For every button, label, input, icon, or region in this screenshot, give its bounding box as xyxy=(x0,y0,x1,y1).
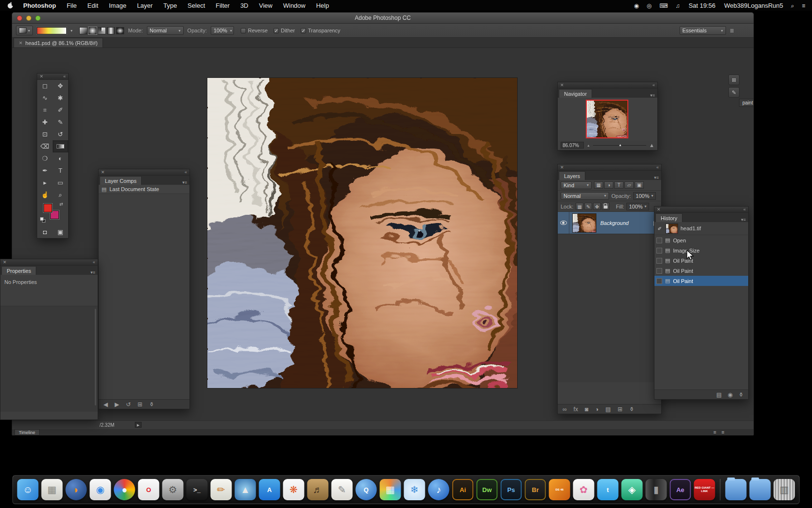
menu-image[interactable]: Image xyxy=(109,2,126,9)
dock-picasa[interactable]: ❋ xyxy=(283,478,305,502)
minimize-window-button[interactable] xyxy=(26,15,31,21)
dock-folder-2[interactable] xyxy=(749,478,771,502)
history-item[interactable]: ▤Oil Paint xyxy=(654,266,748,276)
tool-eraser[interactable]: ⌫ xyxy=(37,140,53,152)
scrollbar[interactable] xyxy=(95,309,96,405)
menu-3d[interactable]: 3D xyxy=(240,2,248,9)
record-icon[interactable]: ◉ xyxy=(634,2,638,9)
tab-navigator[interactable]: Navigator xyxy=(559,89,592,98)
menu-select[interactable]: Select xyxy=(188,2,205,9)
blend-mode-select[interactable]: Normal ▾ xyxy=(147,26,184,35)
dock-firefox[interactable]: ◗ xyxy=(65,478,87,502)
adjustment-layer-icon[interactable]: ◑ xyxy=(595,406,598,413)
zoom-out-icon[interactable]: ▲ xyxy=(587,144,590,147)
dock-itunes[interactable]: ♪ xyxy=(428,478,450,502)
tool-brush[interactable]: ✎ xyxy=(53,116,68,128)
dock-photoshop[interactable]: Ps xyxy=(500,478,522,502)
menu-edit[interactable]: Edit xyxy=(87,2,98,9)
dock-preview[interactable]: ▦ xyxy=(41,478,63,502)
layer-row-background[interactable]: Background xyxy=(558,212,661,234)
gradient-type-angle-button[interactable] xyxy=(98,27,106,34)
tool-gradient[interactable] xyxy=(53,140,68,152)
notification-center-icon[interactable]: ≡ xyxy=(802,2,805,9)
dock-finder[interactable]: ☺ xyxy=(17,478,39,502)
tool-hand[interactable]: ☝ xyxy=(37,189,53,201)
layer-blend-mode-select[interactable]: Normal ▾ xyxy=(561,192,609,200)
menu-type[interactable]: Type xyxy=(163,2,177,9)
collapsed-panel-button-2[interactable]: ✎ xyxy=(728,87,740,98)
tool-healing-brush[interactable]: ✚ xyxy=(37,116,53,128)
lock-all-icon[interactable] xyxy=(602,203,609,210)
collapsed-panel-paint[interactable]: paint xyxy=(739,99,754,107)
apple-menu-icon[interactable] xyxy=(7,1,14,9)
timeline-options-icon[interactable]: ≣ xyxy=(721,430,725,434)
dock-textedit[interactable]: ✎ xyxy=(331,478,353,502)
navigator-zoom-slider[interactable]: ▲ xyxy=(593,145,646,146)
history-item[interactable]: ▤Open xyxy=(654,235,748,245)
checkbox-dither[interactable]: ✓Dither xyxy=(274,28,295,33)
lock-pixels-icon[interactable]: ✎ xyxy=(584,203,592,210)
link-layers-icon[interactable]: ∞ xyxy=(563,406,567,413)
default-colors-icon[interactable] xyxy=(40,217,46,223)
dock-terminal[interactable]: >_ xyxy=(186,478,208,502)
spotlight-icon[interactable]: ⌕ xyxy=(791,2,794,9)
gradient-type-reflected-button[interactable] xyxy=(107,27,115,34)
screen-share-icon[interactable]: ◎ xyxy=(647,2,652,9)
checkbox-icon[interactable]: ✓ xyxy=(301,28,306,33)
dock-folder-1[interactable] xyxy=(725,478,747,502)
tab-layers[interactable]: Layers xyxy=(559,171,585,180)
tool-rectangle[interactable]: ▭ xyxy=(53,177,68,189)
menu-filter[interactable]: Filter xyxy=(216,2,230,9)
layer-thumbnail[interactable] xyxy=(572,213,596,233)
gradient-preview-swatch[interactable] xyxy=(37,27,67,34)
filter-smart-icon[interactable]: ▣ xyxy=(635,181,644,189)
collapse-icon[interactable]: « xyxy=(93,260,95,265)
close-icon[interactable]: ✕ xyxy=(101,170,105,175)
history-source-checkbox[interactable] xyxy=(656,278,662,284)
layer-name[interactable]: Background xyxy=(600,220,653,226)
panel-menu-icon[interactable]: ▾≡ xyxy=(650,93,657,98)
filter-adjustment-icon[interactable]: ◑ xyxy=(604,181,613,189)
panel-menu-icon[interactable]: ▾≡ xyxy=(741,217,748,222)
close-icon[interactable]: ✕ xyxy=(3,260,7,265)
close-window-button[interactable] xyxy=(17,15,22,21)
menu-layer[interactable]: Layer xyxy=(137,2,153,9)
apply-next-icon[interactable]: ▶ xyxy=(115,401,119,408)
dock-app-store[interactable]: A xyxy=(259,478,281,502)
volume-icon[interactable]: ♫ xyxy=(676,2,680,9)
navigator-zoom-field[interactable]: 86.07% xyxy=(561,142,584,149)
lock-position-icon[interactable]: ✥ xyxy=(593,203,601,210)
document-tab[interactable]: ✕ head1.psd @ 86.1% (RGB/8#) xyxy=(14,38,103,47)
dock-launchpad[interactable]: ▲ xyxy=(234,478,257,502)
layer-opacity-field[interactable]: 100% ▾ xyxy=(633,192,655,200)
navigator-proxy-view[interactable] xyxy=(586,100,628,138)
filter-shape-icon[interactable]: ▱ xyxy=(624,181,634,189)
close-icon[interactable]: ✕ xyxy=(560,83,564,88)
history-item[interactable]: ▤Oil Paint xyxy=(654,276,748,286)
history-source-checkbox[interactable] xyxy=(656,238,662,243)
workspace-menu-icon[interactable]: ≣ xyxy=(730,28,734,34)
close-icon[interactable]: ✕ xyxy=(560,165,564,170)
gradient-type-radial-button[interactable] xyxy=(88,27,97,34)
layer-visibility-toggle[interactable] xyxy=(558,212,569,234)
tab-history[interactable]: History xyxy=(655,213,682,222)
filter-pixel-icon[interactable]: ▦ xyxy=(594,181,603,189)
workspace-select[interactable]: Essentials ▾ xyxy=(680,26,726,35)
panel-menu-icon[interactable]: ▾≡ xyxy=(90,270,98,275)
new-doc-from-state-icon[interactable]: ▤ xyxy=(716,391,722,398)
menu-help[interactable]: Help xyxy=(316,2,329,9)
new-comp-icon[interactable]: ⊞ xyxy=(138,401,143,408)
foreground-color[interactable] xyxy=(44,204,52,212)
dock-garageband[interactable]: ♬ xyxy=(307,478,329,502)
layer-filter-kind-select[interactable]: Kind ▾ xyxy=(561,181,592,189)
collapse-icon[interactable]: « xyxy=(63,74,66,79)
tab-layer-comps[interactable]: Layer Comps xyxy=(100,176,142,185)
dock-twitter[interactable]: t xyxy=(597,478,619,502)
layer-style-icon[interactable]: fx xyxy=(574,406,578,413)
close-icon[interactable]: ✕ xyxy=(657,207,661,212)
history-source-checkbox[interactable] xyxy=(656,258,662,264)
tool-type[interactable]: T xyxy=(53,164,68,177)
keyboard-icon[interactable]: ⌨ xyxy=(659,2,667,9)
tab-timeline[interactable]: Timeline xyxy=(14,429,40,435)
dock-red-giant-link[interactable]: RED GIANT —LINK xyxy=(694,478,716,502)
